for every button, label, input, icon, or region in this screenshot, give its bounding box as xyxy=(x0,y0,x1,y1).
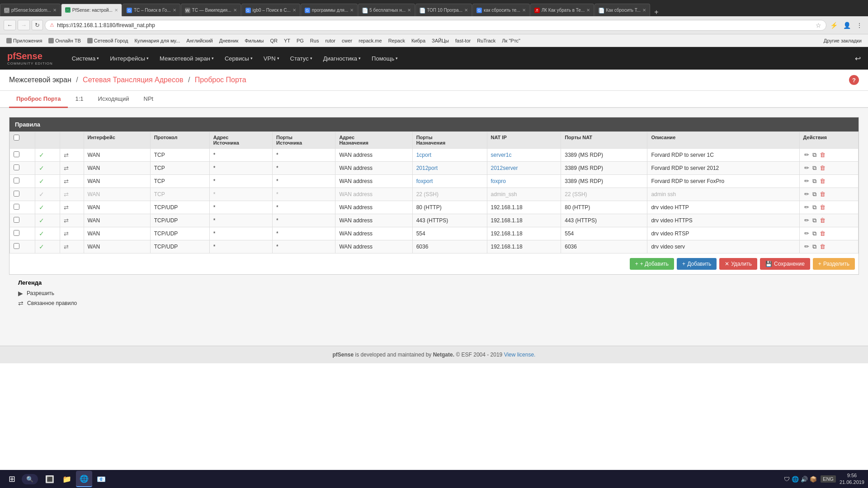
tab-close-11[interactable]: ✕ xyxy=(642,8,646,13)
dst-ports-link[interactable]: 2012port xyxy=(416,165,438,171)
tab-10[interactable]: Л ЛК Как убрать в Те... ✕ xyxy=(530,4,594,16)
row-checkbox[interactable] xyxy=(14,243,19,249)
bookmark-kibra[interactable]: Кибра xyxy=(409,37,428,44)
delete-icon[interactable]: 🗑 xyxy=(820,243,826,250)
tab-close-9[interactable]: ✕ xyxy=(522,8,526,13)
tab-close-5[interactable]: ✕ xyxy=(292,8,296,13)
tab-8[interactable]: 📄 ТОП 10 Програ... ✕ xyxy=(415,4,472,16)
bookmark-english[interactable]: Английский xyxy=(184,37,216,44)
add-button-2[interactable]: + Добавить xyxy=(677,258,717,270)
bookmark-repack[interactable]: Repack xyxy=(386,37,408,44)
copy-icon[interactable]: ⧉ xyxy=(812,178,816,184)
bookmark-rutrack[interactable]: RuTrack xyxy=(474,37,498,44)
tab-close-7[interactable]: ✕ xyxy=(407,8,411,13)
bookmark-others[interactable]: Другие закладки xyxy=(821,37,864,44)
row-checkbox[interactable] xyxy=(14,178,19,183)
bookmark-repackme[interactable]: repack.me xyxy=(356,37,384,44)
tab-4[interactable]: W TC — Википедия... ✕ xyxy=(181,4,241,16)
dst-ports-link[interactable]: 1cport xyxy=(416,152,431,158)
menu-diagnostics[interactable]: Диагностика ▾ xyxy=(318,49,366,68)
tab-close-4[interactable]: ✕ xyxy=(233,8,237,13)
edit-icon[interactable]: ✏ xyxy=(804,217,809,224)
tab-npt[interactable]: NPt xyxy=(137,91,161,108)
menu-services[interactable]: Сервисы ▾ xyxy=(219,49,258,68)
copy-icon[interactable]: ⧉ xyxy=(812,204,816,211)
row-checkbox[interactable] xyxy=(14,230,19,236)
tab-11[interactable]: 📄 Как сбросить Т... ✕ xyxy=(594,4,650,16)
delete-icon[interactable]: 🗑 xyxy=(820,191,826,197)
bookmark-films[interactable]: Фильмы xyxy=(242,37,266,44)
help-button[interactable]: ? xyxy=(849,75,859,85)
tab-9[interactable]: G как сбросить те... ✕ xyxy=(472,4,530,16)
row-checkbox[interactable] xyxy=(14,164,19,170)
tab-close-8[interactable]: ✕ xyxy=(464,8,468,13)
nat-ip-link[interactable]: 2012server xyxy=(491,165,518,171)
tab-outgoing[interactable]: Исходящий xyxy=(91,91,137,108)
bookmark-qr[interactable]: QR xyxy=(267,37,280,44)
edit-icon[interactable]: ✏ xyxy=(804,230,809,237)
bookmark-rutor[interactable]: rutor xyxy=(322,37,338,44)
url-bar[interactable]: ⚠ https://192.168.1.1:8180/firewall_nat.… xyxy=(45,20,826,31)
select-all-checkbox[interactable] xyxy=(14,135,19,141)
bookmark-applications[interactable]: Приложения xyxy=(4,37,45,44)
nat-ip-link[interactable]: foxpro xyxy=(491,178,506,184)
row-checkbox[interactable] xyxy=(14,151,19,157)
tab-6[interactable]: G программы для... ✕ xyxy=(301,4,358,16)
tab-1-1[interactable]: 1:1 xyxy=(68,91,90,108)
nav-right-icon[interactable]: ↩ xyxy=(855,54,861,63)
tab-close-6[interactable]: ✕ xyxy=(350,8,354,13)
save-button[interactable]: 💾 Сохранение xyxy=(760,258,810,270)
edit-icon[interactable]: ✏ xyxy=(804,191,809,197)
tab-close-10[interactable]: ✕ xyxy=(586,8,590,13)
edit-icon[interactable]: ✏ xyxy=(804,243,809,250)
copy-icon[interactable]: ⧉ xyxy=(812,164,816,171)
new-tab-button[interactable]: + xyxy=(651,8,662,16)
split-button[interactable]: + Разделить xyxy=(813,258,855,270)
menu-help[interactable]: Помощь ▾ xyxy=(366,49,403,68)
copy-icon[interactable]: ⧉ xyxy=(812,243,816,250)
copy-icon[interactable]: ⧉ xyxy=(812,191,816,197)
tab-close-1[interactable]: ✕ xyxy=(53,8,57,13)
bookmark-network[interactable]: Сетевой Город xyxy=(85,37,131,44)
row-checkbox[interactable] xyxy=(14,204,19,210)
nat-ip-link[interactable]: server1c xyxy=(491,152,512,158)
row-checkbox[interactable] xyxy=(14,217,19,223)
bookmark-star-icon[interactable]: ☆ xyxy=(816,22,821,29)
bookmark-fasttor[interactable]: fast-tor xyxy=(453,37,473,44)
add-button-1[interactable]: + + Добавить xyxy=(630,258,674,270)
back-button[interactable]: ← xyxy=(4,20,16,30)
delete-icon[interactable]: 🗑 xyxy=(820,204,826,211)
tab-close-3[interactable]: ✕ xyxy=(173,8,176,13)
tab-5[interactable]: G igb0 – Поиск в С... ✕ xyxy=(241,4,300,16)
breadcrumb-nat[interactable]: Сетевая Трансляция Адресов xyxy=(83,76,183,84)
delete-icon[interactable]: 🗑 xyxy=(820,164,826,171)
menu-system[interactable]: Система ▾ xyxy=(66,49,104,68)
extensions-icon[interactable]: ⚡ xyxy=(828,21,840,30)
tab-1[interactable]: 🛡 pfSense:localdom... ✕ xyxy=(0,4,61,16)
tab-2[interactable]: 🛡 PfSense: настрой... ✕ xyxy=(61,4,122,16)
delete-icon[interactable]: 🗑 xyxy=(820,151,826,158)
bookmark-cwer[interactable]: cwer xyxy=(339,37,355,44)
delete-button[interactable]: ✕ Удалить xyxy=(719,258,757,270)
tab-close-2[interactable]: ✕ xyxy=(114,8,118,13)
menu-interfaces[interactable]: Интерфейсы ▾ xyxy=(104,49,154,68)
menu-vpn[interactable]: VPN ▾ xyxy=(258,49,285,68)
profile-icon[interactable]: 👤 xyxy=(841,21,853,30)
row-checkbox[interactable] xyxy=(14,191,19,197)
delete-icon[interactable]: 🗑 xyxy=(820,217,826,224)
bookmark-pg[interactable]: PG xyxy=(294,37,307,44)
bookmark-zaytcy[interactable]: ЗАЙЦы xyxy=(429,37,452,44)
bookmark-lk[interactable]: Лк "Ртс" xyxy=(499,37,523,44)
delete-icon[interactable]: 🗑 xyxy=(820,178,826,184)
menu-firewall[interactable]: Межсетевой экран ▾ xyxy=(154,49,219,68)
bookmark-rus[interactable]: Rus xyxy=(307,37,322,44)
copy-icon[interactable]: ⧉ xyxy=(812,151,816,158)
bookmark-tv[interactable]: Онлайн ТВ xyxy=(46,37,84,44)
footer-license-link[interactable]: View license. xyxy=(504,352,536,358)
edit-icon[interactable]: ✏ xyxy=(804,204,809,211)
reload-button[interactable]: ↻ xyxy=(32,20,43,30)
menu-status[interactable]: Статус ▾ xyxy=(285,49,318,68)
bookmark-diary[interactable]: Дневник xyxy=(217,37,241,44)
copy-icon[interactable]: ⧉ xyxy=(812,230,816,237)
tab-port-forward[interactable]: Проброс Порта xyxy=(9,91,68,108)
